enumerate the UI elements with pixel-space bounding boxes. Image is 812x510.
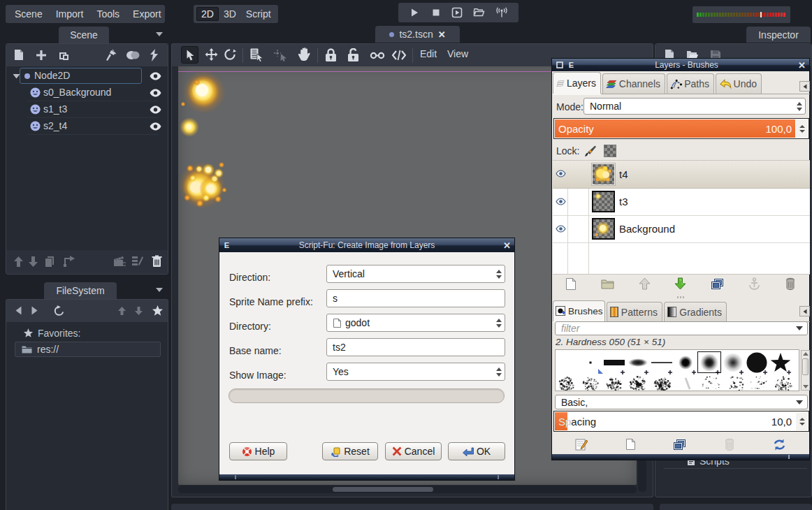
close-dialog-icon[interactable]: ✕ <box>502 240 512 250</box>
instance-scene-icon[interactable] <box>57 50 70 61</box>
mode-spin-arrows[interactable] <box>793 102 805 111</box>
filter-dropdown-arrow-icon[interactable] <box>792 326 807 330</box>
workspace-3d-button[interactable]: 3D <box>219 7 241 21</box>
play-scene-button[interactable] <box>451 7 463 18</box>
scriptfu-bottom-frame[interactable] <box>219 474 514 480</box>
showimage-spin-arrows[interactable] <box>493 367 505 377</box>
toggle-favorites-icon[interactable] <box>152 305 164 316</box>
tab-gradients[interactable]: Gradients <box>664 302 727 321</box>
spacing-slider[interactable]: Spacing Spacing 10,0 <box>553 411 809 432</box>
canvas-edit-menu[interactable]: Edit <box>420 48 437 59</box>
sprite-t3[interactable] <box>180 117 199 137</box>
select-mode-button[interactable] <box>181 46 198 64</box>
filter-nodes-icon[interactable] <box>104 49 117 61</box>
layer-row-background[interactable]: Background <box>553 216 810 243</box>
tab-menu-arrow-icon[interactable] <box>799 81 810 92</box>
node-groups-icon[interactable] <box>126 50 140 60</box>
delete-brush-icon[interactable] <box>724 438 735 451</box>
favorite-down-icon[interactable] <box>135 307 143 315</box>
duplicate-node-icon[interactable] <box>45 256 55 268</box>
play-custom-scene-button[interactable] <box>473 7 485 18</box>
hscrollbar-thumb[interactable] <box>333 487 433 492</box>
scrollbar-thumb[interactable] <box>802 358 809 375</box>
delete-layer-icon[interactable] <box>785 277 796 290</box>
tree-row-s2[interactable]: s2_t4 <box>6 118 168 135</box>
lock-object-icon[interactable] <box>325 48 337 62</box>
help-button[interactable]: Help <box>229 442 287 460</box>
close-tab-icon[interactable]: ✕ <box>438 29 446 40</box>
visibility-eye-icon[interactable] <box>148 72 162 80</box>
tab-inspector-dock[interactable]: Inspector <box>746 27 811 43</box>
reparent-node-icon[interactable] <box>64 256 75 267</box>
layer-visible-eye-icon[interactable] <box>556 225 566 233</box>
pan-mode-icon[interactable] <box>298 48 312 62</box>
menu-export[interactable]: Export <box>133 8 161 20</box>
ungroup-children-icon[interactable] <box>392 50 406 61</box>
layers-window-titlebar[interactable]: E Layers - Brushes ✕ <box>552 59 809 71</box>
move-mode-icon[interactable] <box>205 48 218 61</box>
visibility-eye-icon[interactable] <box>148 105 162 114</box>
directory-spin-arrows[interactable] <box>493 319 505 328</box>
duplicate-brush-icon[interactable] <box>673 439 686 451</box>
delete-node-icon[interactable] <box>152 255 162 267</box>
unlock-object-icon[interactable] <box>347 48 359 62</box>
tab-layers[interactable]: Layers <box>553 72 601 94</box>
brush-grid[interactable] <box>555 349 799 391</box>
menu-scene[interactable]: Scene <box>15 8 43 20</box>
tab-menu-arrow-icon[interactable] <box>799 306 810 316</box>
layers-window-bottom-frame[interactable] <box>552 454 809 460</box>
spacing-spin-arrows[interactable] <box>796 412 808 430</box>
new-node-icon[interactable] <box>14 49 24 61</box>
tab-patterns[interactable]: Patterns <box>607 302 662 321</box>
node-label[interactable]: s2_t4 <box>43 120 67 131</box>
lock-paint-icon[interactable] <box>584 144 597 157</box>
direction-select[interactable]: Vertical <box>326 265 505 283</box>
list-select-icon[interactable] <box>250 48 263 61</box>
history-forward-icon[interactable] <box>31 306 38 315</box>
group-children-icon[interactable] <box>370 52 385 59</box>
close-window-icon[interactable]: ✕ <box>797 60 807 70</box>
group-dropdown-arrow-icon[interactable] <box>792 400 807 405</box>
workspace-2d-button[interactable]: 2D <box>196 7 219 21</box>
refresh-brushes-icon[interactable] <box>773 439 786 451</box>
multi-edit-icon[interactable] <box>132 256 144 267</box>
layer-row-t3[interactable]: t3 <box>553 189 810 216</box>
layer-name[interactable]: Background <box>619 223 675 235</box>
rescan-icon[interactable] <box>54 305 64 316</box>
node-label[interactable]: s1_t3 <box>43 103 67 115</box>
dock-options-arrow-icon[interactable] <box>155 286 164 293</box>
layer-name[interactable]: t4 <box>619 168 628 180</box>
cancel-button[interactable]: Cancel <box>385 442 442 460</box>
sprite-t4[interactable] <box>178 161 227 209</box>
rotate-mode-icon[interactable] <box>224 48 236 61</box>
brush-filter-input[interactable]: filter <box>555 321 808 335</box>
tab-undo[interactable]: Undo <box>716 73 762 94</box>
menu-import[interactable]: Import <box>56 8 84 20</box>
tree-row-s1[interactable]: s1_t3 <box>6 101 168 118</box>
debug-remote-icon[interactable] <box>495 7 508 18</box>
layer-row-t4[interactable]: t4 <box>553 161 810 189</box>
prefix-input[interactable]: s <box>326 289 505 307</box>
canvas-view-menu[interactable]: View <box>447 48 468 59</box>
layer-name[interactable]: t3 <box>619 196 628 207</box>
tree-row-node2d[interactable]: Node2D <box>6 68 168 85</box>
lock-alpha-icon[interactable] <box>604 145 616 157</box>
scroll-down-icon[interactable] <box>802 385 809 388</box>
play-button[interactable] <box>409 7 420 18</box>
opacity-spin-arrows[interactable] <box>796 119 808 138</box>
workspace-script-button[interactable]: Script <box>241 7 276 21</box>
direction-spin-arrows[interactable] <box>493 270 505 279</box>
add-node-icon[interactable] <box>36 50 46 60</box>
favorite-up-icon[interactable] <box>118 307 126 315</box>
tab-channels[interactable]: Channels <box>602 73 665 94</box>
node-label[interactable]: s0_Background <box>43 87 111 98</box>
new-layer-icon[interactable] <box>565 277 577 291</box>
stop-button[interactable] <box>430 7 442 18</box>
layer-visible-eye-icon[interactable] <box>556 198 566 205</box>
scroll-up-icon[interactable] <box>802 352 809 356</box>
sprite-background[interactable] <box>180 71 226 114</box>
basename-input[interactable]: ts2 <box>326 338 505 356</box>
change-scene-icon[interactable] <box>113 256 126 267</box>
showimage-select[interactable]: Yes <box>326 363 505 381</box>
dock-options-arrow-icon[interactable] <box>155 31 164 37</box>
